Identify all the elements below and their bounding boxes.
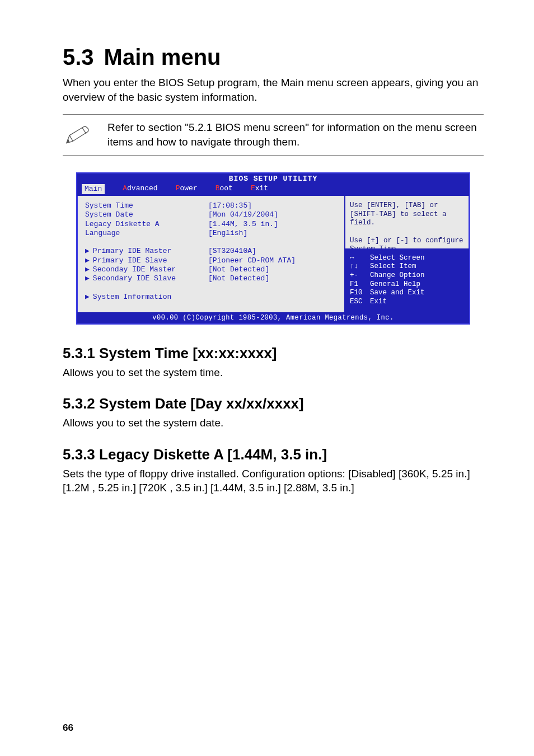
- bios-key-row: F10Save and Exit: [350, 289, 465, 298]
- bios-setting-row: System Date[Mon 04/19/2004]: [85, 210, 336, 219]
- bios-menu-item: Power: [176, 184, 198, 194]
- submenu-icon: ▶: [85, 265, 90, 274]
- subsection-heading: 5.3.1 System Time [xx:xx:xxxx]: [63, 345, 484, 362]
- bios-key-desc: General Help: [370, 280, 420, 288]
- subsection-body: Allows you to set the system date.: [63, 416, 484, 430]
- pencil-icon: [63, 123, 92, 147]
- bios-setting-value: [Not Detected]: [208, 274, 269, 283]
- section-title-text: Main menu: [104, 45, 221, 69]
- bios-setting-label: ▶Seconday IDE Master: [85, 265, 208, 274]
- bios-setting-label: ▶Primary IDE Slave: [85, 256, 208, 265]
- bios-key-desc: Save and Exit: [370, 289, 425, 297]
- bios-setting-label: System Date: [85, 210, 208, 219]
- note-block: Refer to section "5.2.1 BIOS menu screen…: [63, 114, 484, 155]
- bios-key-desc: Change Option: [370, 271, 425, 279]
- bios-key-row: ESCExit: [350, 298, 465, 307]
- bios-menu-bar: MainAdvancedPowerBootExit: [77, 184, 469, 196]
- bios-key-row: F1General Help: [350, 280, 465, 289]
- bios-setting-label: System Time: [85, 201, 208, 210]
- bios-setting-value: [English]: [208, 229, 247, 238]
- bios-key-row: +-Change Option: [350, 271, 465, 280]
- submenu-icon: ▶: [85, 256, 90, 265]
- document-page: 5.3Main menu When you enter the BIOS Set…: [0, 0, 534, 756]
- note-text: Refer to section "5.2.1 BIOS menu screen…: [107, 120, 484, 149]
- bios-key: +-: [350, 271, 370, 280]
- bios-key: ↔: [350, 254, 370, 263]
- bios-setting-label: ▶Primary IDE Master: [85, 247, 208, 256]
- bios-setting-row: ▶Primary IDE Slave[Pioneer CD-ROM ATA]: [85, 256, 336, 265]
- page-number: 66: [63, 722, 73, 734]
- bios-key-row: ↔Select Screen: [350, 254, 465, 263]
- bios-body: System Time[17:08:35]System Date[Mon 04/…: [77, 196, 469, 312]
- bios-setting-row: Legacy Diskette A[1.44M, 3.5 in.]: [85, 220, 336, 229]
- bios-key: F1: [350, 280, 370, 289]
- bios-setting-row: Language[English]: [85, 229, 336, 238]
- subsection-heading: 5.3.2 System Date [Day xx/xx/xxxx]: [63, 395, 484, 412]
- section-heading: 5.3Main menu: [63, 45, 484, 70]
- bios-key-row: ↑↓Select Item: [350, 262, 465, 271]
- bios-menu-item: Advanced: [123, 184, 157, 194]
- submenu-icon: ▶: [85, 274, 90, 283]
- intro-paragraph: When you enter the BIOS Setup program, t…: [63, 76, 484, 104]
- bios-setting-label: ▶Secondary IDE Slave: [85, 274, 208, 283]
- bios-setting-label: ▶System Information: [85, 293, 208, 302]
- bios-help-text: Use [ENTER], [TAB] or [SHIFT-TAB] to sel…: [350, 201, 465, 254]
- subsection-body: Allows you to set the system time.: [63, 365, 484, 380]
- bios-setting-value: [1.44M, 3.5 in.]: [208, 220, 278, 229]
- bios-key-desc: Exit: [370, 298, 387, 306]
- bios-setting-row: [85, 238, 336, 247]
- bios-menu-item: Main: [82, 184, 105, 194]
- bios-menu-item: Boot: [216, 184, 233, 194]
- bios-setting-value: [Pioneer CD-ROM ATA]: [208, 256, 296, 265]
- bios-setting-row: System Time[17:08:35]: [85, 201, 336, 210]
- bios-setting-row: ▶Seconday IDE Master[Not Detected]: [85, 265, 336, 274]
- bios-key: F10: [350, 289, 370, 298]
- bios-key-desc: Select Screen: [370, 254, 425, 262]
- bios-help-panel: Use [ENTER], [TAB] or [SHIFT-TAB] to sel…: [345, 196, 469, 312]
- bios-screenshot: BIOS SETUP UTILITY MainAdvancedPowerBoot…: [76, 172, 470, 325]
- bios-setting-value: [ST320410A]: [208, 247, 256, 256]
- bios-footer: v00.00 (C)Copyright 1985-2003, American …: [77, 312, 469, 323]
- section-number: 5.3: [63, 45, 94, 69]
- bios-setting-label: Legacy Diskette A: [85, 220, 208, 229]
- bios-key: ESC: [350, 298, 370, 307]
- bios-setting-row: ▶Primary IDE Master[ST320410A]: [85, 247, 336, 256]
- bios-setting-row: [85, 283, 336, 292]
- bios-setting-value: [Not Detected]: [208, 265, 269, 274]
- bios-key: ↑↓: [350, 262, 370, 271]
- bios-menu-item: Exit: [251, 184, 268, 194]
- bios-setting-row: ▶Secondary IDE Slave[Not Detected]: [85, 274, 336, 283]
- submenu-icon: ▶: [85, 247, 90, 255]
- bios-key-desc: Select Item: [370, 262, 416, 270]
- bios-setting-row: ▶System Information: [85, 293, 336, 302]
- bios-setting-label: Language: [85, 229, 208, 238]
- bios-title: BIOS SETUP UTILITY: [77, 173, 469, 184]
- subsection-heading: 5.3.3 Legacy Diskette A [1.44M, 3.5 in.]: [63, 446, 484, 463]
- bios-setting-value: [Mon 04/19/2004]: [208, 210, 278, 219]
- bios-key-legend: ↔Select Screen↑↓Select Item+-Change Opti…: [345, 248, 469, 312]
- submenu-icon: ▶: [85, 293, 90, 301]
- subsection-body: Sets the type of floppy drive installed.…: [63, 467, 484, 495]
- bios-main-panel: System Time[17:08:35]System Date[Mon 04/…: [77, 196, 345, 312]
- bios-setting-value: [17:08:35]: [208, 201, 252, 210]
